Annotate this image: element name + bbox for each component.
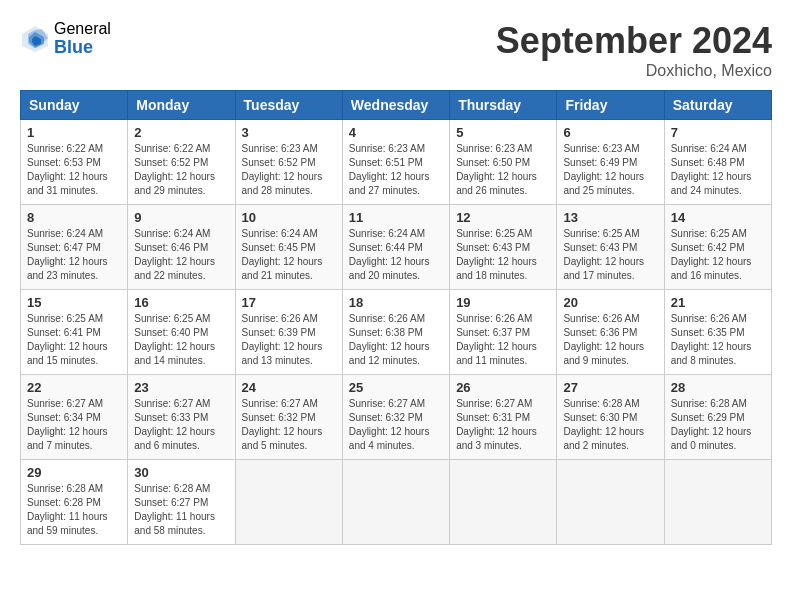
day-number: 11 <box>349 210 443 225</box>
calendar-week-row: 29 Sunrise: 6:28 AM Sunset: 6:28 PM Dayl… <box>21 460 772 545</box>
day-info: Sunrise: 6:23 AM Sunset: 6:49 PM Dayligh… <box>563 142 657 198</box>
day-info: Sunrise: 6:24 AM Sunset: 6:45 PM Dayligh… <box>242 227 336 283</box>
day-info: Sunrise: 6:28 AM Sunset: 6:28 PM Dayligh… <box>27 482 121 538</box>
table-row: 15 Sunrise: 6:25 AM Sunset: 6:41 PM Dayl… <box>21 290 128 375</box>
day-number: 28 <box>671 380 765 395</box>
day-number: 26 <box>456 380 550 395</box>
day-info: Sunrise: 6:27 AM Sunset: 6:32 PM Dayligh… <box>349 397 443 453</box>
day-info: Sunrise: 6:27 AM Sunset: 6:31 PM Dayligh… <box>456 397 550 453</box>
day-number: 17 <box>242 295 336 310</box>
table-row: 17 Sunrise: 6:26 AM Sunset: 6:39 PM Dayl… <box>235 290 342 375</box>
day-number: 27 <box>563 380 657 395</box>
header-tuesday: Tuesday <box>235 91 342 120</box>
day-info: Sunrise: 6:24 AM Sunset: 6:48 PM Dayligh… <box>671 142 765 198</box>
day-info: Sunrise: 6:25 AM Sunset: 6:43 PM Dayligh… <box>563 227 657 283</box>
weekday-header-row: Sunday Monday Tuesday Wednesday Thursday… <box>21 91 772 120</box>
day-info: Sunrise: 6:27 AM Sunset: 6:34 PM Dayligh… <box>27 397 121 453</box>
table-row <box>450 460 557 545</box>
month-title: September 2024 <box>496 20 772 62</box>
table-row: 18 Sunrise: 6:26 AM Sunset: 6:38 PM Dayl… <box>342 290 449 375</box>
table-row: 24 Sunrise: 6:27 AM Sunset: 6:32 PM Dayl… <box>235 375 342 460</box>
table-row: 6 Sunrise: 6:23 AM Sunset: 6:49 PM Dayli… <box>557 120 664 205</box>
table-row <box>342 460 449 545</box>
day-info: Sunrise: 6:28 AM Sunset: 6:29 PM Dayligh… <box>671 397 765 453</box>
day-number: 15 <box>27 295 121 310</box>
table-row: 30 Sunrise: 6:28 AM Sunset: 6:27 PM Dayl… <box>128 460 235 545</box>
day-number: 2 <box>134 125 228 140</box>
table-row: 8 Sunrise: 6:24 AM Sunset: 6:47 PM Dayli… <box>21 205 128 290</box>
table-row: 22 Sunrise: 6:27 AM Sunset: 6:34 PM Dayl… <box>21 375 128 460</box>
table-row: 16 Sunrise: 6:25 AM Sunset: 6:40 PM Dayl… <box>128 290 235 375</box>
day-number: 23 <box>134 380 228 395</box>
table-row: 9 Sunrise: 6:24 AM Sunset: 6:46 PM Dayli… <box>128 205 235 290</box>
table-row: 26 Sunrise: 6:27 AM Sunset: 6:31 PM Dayl… <box>450 375 557 460</box>
table-row: 7 Sunrise: 6:24 AM Sunset: 6:48 PM Dayli… <box>664 120 771 205</box>
header-sunday: Sunday <box>21 91 128 120</box>
table-row <box>664 460 771 545</box>
header-friday: Friday <box>557 91 664 120</box>
day-info: Sunrise: 6:25 AM Sunset: 6:43 PM Dayligh… <box>456 227 550 283</box>
day-number: 1 <box>27 125 121 140</box>
day-number: 10 <box>242 210 336 225</box>
day-info: Sunrise: 6:23 AM Sunset: 6:50 PM Dayligh… <box>456 142 550 198</box>
table-row: 29 Sunrise: 6:28 AM Sunset: 6:28 PM Dayl… <box>21 460 128 545</box>
table-row <box>557 460 664 545</box>
day-number: 24 <box>242 380 336 395</box>
day-number: 19 <box>456 295 550 310</box>
calendar-week-row: 15 Sunrise: 6:25 AM Sunset: 6:41 PM Dayl… <box>21 290 772 375</box>
header-saturday: Saturday <box>664 91 771 120</box>
day-number: 4 <box>349 125 443 140</box>
day-info: Sunrise: 6:27 AM Sunset: 6:33 PM Dayligh… <box>134 397 228 453</box>
logo-icon <box>20 24 50 54</box>
day-info: Sunrise: 6:22 AM Sunset: 6:52 PM Dayligh… <box>134 142 228 198</box>
table-row: 21 Sunrise: 6:26 AM Sunset: 6:35 PM Dayl… <box>664 290 771 375</box>
day-info: Sunrise: 6:23 AM Sunset: 6:51 PM Dayligh… <box>349 142 443 198</box>
day-number: 3 <box>242 125 336 140</box>
calendar-week-row: 1 Sunrise: 6:22 AM Sunset: 6:53 PM Dayli… <box>21 120 772 205</box>
table-row: 19 Sunrise: 6:26 AM Sunset: 6:37 PM Dayl… <box>450 290 557 375</box>
title-area: September 2024 Doxhicho, Mexico <box>496 20 772 80</box>
table-row: 4 Sunrise: 6:23 AM Sunset: 6:51 PM Dayli… <box>342 120 449 205</box>
day-number: 9 <box>134 210 228 225</box>
calendar-week-row: 22 Sunrise: 6:27 AM Sunset: 6:34 PM Dayl… <box>21 375 772 460</box>
day-number: 13 <box>563 210 657 225</box>
day-info: Sunrise: 6:26 AM Sunset: 6:36 PM Dayligh… <box>563 312 657 368</box>
logo-blue: Blue <box>54 38 111 58</box>
day-number: 6 <box>563 125 657 140</box>
table-row: 28 Sunrise: 6:28 AM Sunset: 6:29 PM Dayl… <box>664 375 771 460</box>
table-row: 11 Sunrise: 6:24 AM Sunset: 6:44 PM Dayl… <box>342 205 449 290</box>
header: General Blue September 2024 Doxhicho, Me… <box>20 20 772 80</box>
logo: General Blue <box>20 20 111 57</box>
day-number: 8 <box>27 210 121 225</box>
day-number: 29 <box>27 465 121 480</box>
day-number: 25 <box>349 380 443 395</box>
table-row: 27 Sunrise: 6:28 AM Sunset: 6:30 PM Dayl… <box>557 375 664 460</box>
table-row: 3 Sunrise: 6:23 AM Sunset: 6:52 PM Dayli… <box>235 120 342 205</box>
table-row: 10 Sunrise: 6:24 AM Sunset: 6:45 PM Dayl… <box>235 205 342 290</box>
day-number: 7 <box>671 125 765 140</box>
day-number: 12 <box>456 210 550 225</box>
day-info: Sunrise: 6:26 AM Sunset: 6:39 PM Dayligh… <box>242 312 336 368</box>
day-info: Sunrise: 6:24 AM Sunset: 6:46 PM Dayligh… <box>134 227 228 283</box>
table-row <box>235 460 342 545</box>
day-info: Sunrise: 6:25 AM Sunset: 6:41 PM Dayligh… <box>27 312 121 368</box>
day-info: Sunrise: 6:26 AM Sunset: 6:38 PM Dayligh… <box>349 312 443 368</box>
day-number: 5 <box>456 125 550 140</box>
location: Doxhicho, Mexico <box>496 62 772 80</box>
day-info: Sunrise: 6:26 AM Sunset: 6:37 PM Dayligh… <box>456 312 550 368</box>
day-number: 16 <box>134 295 228 310</box>
logo-text: General Blue <box>54 20 111 57</box>
day-info: Sunrise: 6:26 AM Sunset: 6:35 PM Dayligh… <box>671 312 765 368</box>
day-info: Sunrise: 6:24 AM Sunset: 6:44 PM Dayligh… <box>349 227 443 283</box>
day-number: 21 <box>671 295 765 310</box>
table-row: 14 Sunrise: 6:25 AM Sunset: 6:42 PM Dayl… <box>664 205 771 290</box>
table-row: 13 Sunrise: 6:25 AM Sunset: 6:43 PM Dayl… <box>557 205 664 290</box>
table-row: 2 Sunrise: 6:22 AM Sunset: 6:52 PM Dayli… <box>128 120 235 205</box>
day-number: 30 <box>134 465 228 480</box>
day-info: Sunrise: 6:25 AM Sunset: 6:42 PM Dayligh… <box>671 227 765 283</box>
table-row: 25 Sunrise: 6:27 AM Sunset: 6:32 PM Dayl… <box>342 375 449 460</box>
day-info: Sunrise: 6:22 AM Sunset: 6:53 PM Dayligh… <box>27 142 121 198</box>
day-number: 18 <box>349 295 443 310</box>
table-row: 12 Sunrise: 6:25 AM Sunset: 6:43 PM Dayl… <box>450 205 557 290</box>
header-thursday: Thursday <box>450 91 557 120</box>
